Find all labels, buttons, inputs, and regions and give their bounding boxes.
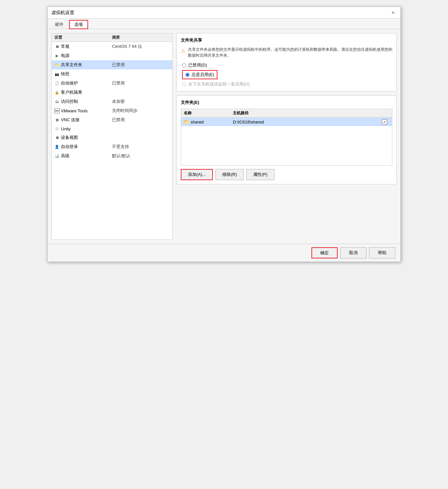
folders-section: 文件夹(E) 名称 主机路径 📁 shared D:\IC618\shared [177,95,397,184]
vm-settings-dialog: 虚拟机设置 × 硬件 选项 设置 摘要 🖥 常规 CentOS 7 64 位 [47,7,401,262]
right-panel: 文件夹共享 ⚠ 共享文件夹会将您的文件显示给虚拟机中的程序。这可能为您的计算机和… [177,33,397,240]
nav-item-unity[interactable]: □ Unity [52,124,172,133]
footer: 确定 取消 帮助 [47,244,401,262]
col-summary: 摘要 [112,35,170,40]
title-bar: 虚拟机设置 × [47,7,401,19]
dialog-title: 虚拟机设置 [51,10,74,16]
folder-name: shared [191,120,204,124]
radio-disabled-label[interactable]: 已禁用(D) [188,62,207,68]
nav-item-vmware-tools[interactable]: vm VMware Tools 关闭时间同步 [52,106,172,115]
warning-text: 共享文件夹会将您的文件显示给虚拟机中的程序。这可能为您的计算机和数据带来风险。请… [188,47,392,58]
radio-disabled[interactable]: 已禁用(D) [182,62,392,68]
left-panel-header: 设置 摘要 [52,33,172,42]
folder-sharing-section: 文件夹共享 ⚠ 共享文件夹会将您的文件显示给虚拟机中的程序。这可能为您的计算机和… [177,33,397,91]
col-name-header: 名称 [184,110,233,116]
radio-until-off-label[interactable]: 在下次关机或挂起前一直启用(U) [188,81,250,87]
folder-name-cell: 📁 shared [184,119,233,124]
properties-button[interactable]: 属性(P) [246,169,274,180]
cancel-button[interactable]: 取消 [340,247,366,258]
nav-item-isolation[interactable]: 🔒 客户机隔离 [52,88,172,97]
content-area: 设置 摘要 🖥 常规 CentOS 7 64 位 ▶ 电源 [47,29,401,244]
device-view-icon: 🖥 [54,135,60,140]
vnc-icon: ⊞ [54,117,60,122]
col-path-header: 主机路径 [233,110,380,116]
folder-table-row[interactable]: 📁 shared D:\IC618\shared ✓ [181,118,392,126]
radio-until-off[interactable]: 在下次关机或挂起前一直启用(U) [182,81,392,87]
col-settings: 设置 [54,35,112,40]
folder-table-empty-area [181,126,392,165]
shared-folder-icon: 📁 [54,62,60,67]
unity-icon: □ [54,126,60,131]
help-button[interactable]: 帮助 [369,247,395,258]
folder-table-header: 名称 主机路径 [181,109,392,118]
tab-options[interactable]: 选项 [69,20,88,29]
radio-always-input[interactable] [185,73,190,77]
add-folder-button[interactable]: 添加(A)... [181,169,213,180]
tab-hardware[interactable]: 硬件 [50,20,68,29]
folder-enabled-checkbox[interactable]: ✓ [380,119,389,124]
warning-icon: ⚠ [181,47,185,58]
folder-row-icon: 📁 [184,119,189,124]
vmware-tools-icon: vm [54,108,60,113]
radio-always-label[interactable]: 总是启用(E) [192,72,214,78]
isolation-icon: 🔒 [54,90,60,95]
auto-login-icon: 👤 [54,144,60,149]
close-button[interactable]: × [390,9,397,16]
folder-table: 名称 主机路径 📁 shared D:\IC618\shared ✓ [181,109,392,166]
col-enabled-header [380,110,389,116]
sharing-radio-group: 已禁用(D) 总是启用(E) 在下次关机或挂起前一直启用(U) [182,62,392,87]
nav-item-vnc[interactable]: ⊞ VNC 连接 已禁用 [52,115,172,124]
left-panel: 设置 摘要 🖥 常规 CentOS 7 64 位 ▶ 电源 [51,33,173,240]
folders-title: 文件夹(E) [181,100,392,105]
folder-action-buttons: 添加(A)... 移除(R) 属性(P) [181,169,392,180]
radio-always[interactable]: 总是启用(E) [182,70,217,79]
radio-disabled-input[interactable] [182,63,186,67]
folder-path: D:\IC618\shared [233,120,380,124]
checkbox-checked-icon: ✓ [382,119,387,124]
nav-item-general[interactable]: 🖥 常规 CentOS 7 64 位 [52,42,172,51]
nav-item-power[interactable]: ▶ 电源 [52,51,172,60]
auto-protect-icon: 🕐 [54,81,60,86]
nav-item-snapshots[interactable]: 📷 快照 [52,69,172,79]
radio-until-off-input[interactable] [182,82,186,86]
remove-folder-button[interactable]: 移除(R) [215,169,244,180]
confirm-button[interactable]: 确定 [311,247,338,258]
warning-row: ⚠ 共享文件夹会将您的文件显示给虚拟机中的程序。这可能为您的计算机和数据带来风险… [181,47,392,58]
advanced-icon: 📊 [54,153,60,159]
power-icon: ▶ [54,53,60,58]
snapshots-icon: 📷 [54,71,60,77]
general-icon: 🖥 [54,44,60,49]
nav-item-auto-protect[interactable]: 🕐 自动保护 已禁用 [52,79,172,88]
folder-sharing-title: 文件夹共享 [181,37,392,43]
nav-item-shared-folders[interactable]: 📁 共享文件夹 已禁用 [52,60,172,69]
nav-item-advanced[interactable]: 📊 高级 默认/默认 [52,151,172,160]
access-control-icon: 🗂 [54,99,60,104]
tab-bar: 硬件 选项 [47,19,401,29]
nav-item-device-view[interactable]: 🖥 设备视图 [52,133,172,142]
nav-item-auto-login[interactable]: 👤 自动登录 不受支持 [52,142,172,151]
nav-item-access-control[interactable]: 🗂 访问控制 未加密 [52,97,172,106]
